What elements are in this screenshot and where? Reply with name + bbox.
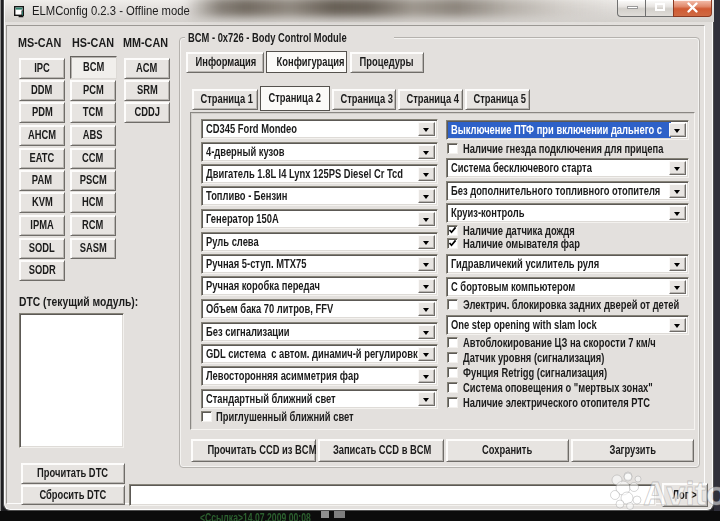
- svg-text:Avito: Avito: [643, 474, 720, 512]
